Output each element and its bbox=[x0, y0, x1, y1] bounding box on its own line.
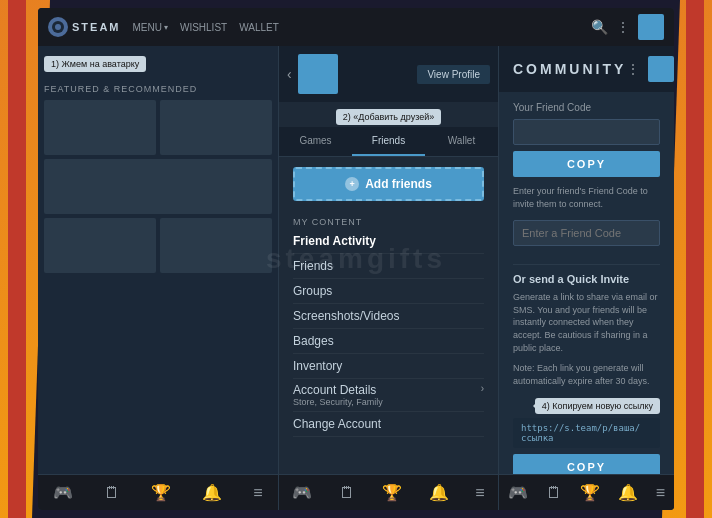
nav-controller-icon[interactable]: 🎮 bbox=[49, 479, 77, 506]
mid-nav-controller[interactable]: 🎮 bbox=[288, 479, 316, 506]
community-title: COMMUNITY bbox=[513, 61, 626, 77]
add-friend-icon: + bbox=[345, 177, 359, 191]
profile-overlay: ‹ View Profile 2) «Добавить друзей» Game… bbox=[279, 46, 498, 474]
link-badges[interactable]: Badges bbox=[293, 329, 484, 354]
account-sub-label: Store, Security, Family bbox=[293, 397, 383, 407]
steam-logo-icon bbox=[48, 17, 68, 37]
link-account-details[interactable]: Account Details › Store, Security, Famil… bbox=[293, 379, 484, 412]
link-url-display: https://s.team/p/ваша/ссылка bbox=[513, 418, 660, 448]
content-area: 1) Жмем на аватарку FEATURED & RECOMMEND… bbox=[38, 46, 674, 510]
top-nav-bar: STEAM MENU ▾ WISHLIST WALLET 🔍 ⋮ bbox=[38, 8, 674, 46]
middle-bottom-nav: 🎮 🗒 🏆 🔔 ≡ bbox=[279, 474, 498, 510]
community-menu-icon[interactable]: ⋮ bbox=[626, 61, 640, 77]
right-nav-notifications[interactable]: 🔔 bbox=[614, 479, 642, 506]
right-nav-controller[interactable]: 🎮 bbox=[504, 479, 532, 506]
game-card-2 bbox=[160, 100, 272, 155]
quick-invite-title: Or send a Quick Invite bbox=[513, 273, 660, 285]
copy-tooltip-area: 4) Копируем новую ссылку bbox=[513, 395, 660, 414]
mid-nav-menu[interactable]: ≡ bbox=[471, 480, 488, 506]
right-nav-achievements[interactable]: 🏆 bbox=[576, 479, 604, 506]
game-cards-row bbox=[44, 100, 272, 155]
menu-caret: ▾ bbox=[164, 23, 168, 32]
tab-wallet[interactable]: Wallet bbox=[425, 127, 498, 156]
profile-avatar bbox=[298, 54, 338, 94]
nav-wallet[interactable]: WALLET bbox=[239, 22, 279, 33]
mid-nav-notifications[interactable]: 🔔 bbox=[425, 479, 453, 506]
top-nav-right: 🔍 ⋮ bbox=[591, 14, 664, 40]
game-cards-list bbox=[44, 100, 272, 273]
link-friend-activity[interactable]: Friend Activity bbox=[293, 229, 484, 254]
add-friends-tooltip-area: 2) «Добавить друзей» bbox=[279, 102, 498, 127]
left-panel: 1) Жмем на аватарку FEATURED & RECOMMEND… bbox=[38, 46, 278, 510]
nav-achievements-icon[interactable]: 🏆 bbox=[147, 479, 175, 506]
view-profile-button[interactable]: View Profile bbox=[417, 65, 490, 84]
game-card-1 bbox=[44, 100, 156, 155]
add-friends-label: Add friends bbox=[365, 177, 432, 191]
content-links-list: Friend Activity Friends Groups Screensho… bbox=[279, 229, 498, 437]
mid-nav-library[interactable]: 🗒 bbox=[335, 480, 359, 506]
friend-code-section-title: Your Friend Code bbox=[513, 102, 660, 113]
my-content-label: MY CONTENT bbox=[279, 211, 498, 229]
right-nav-library[interactable]: 🗒 bbox=[542, 480, 566, 506]
featured-section: FEATURED & RECOMMENDED bbox=[44, 84, 272, 273]
copy-friend-code-button[interactable]: COPY bbox=[513, 151, 660, 177]
menu-dots-icon[interactable]: ⋮ bbox=[616, 19, 630, 35]
featured-label: FEATURED & RECOMMENDED bbox=[44, 84, 272, 94]
expiry-text: Note: Each link you generate will automa… bbox=[513, 362, 660, 387]
link-screenshots[interactable]: Screenshots/Videos bbox=[293, 304, 484, 329]
nav-notifications-icon[interactable]: 🔔 bbox=[198, 479, 226, 506]
friend-code-helper-text: Enter your friend's Friend Code to invit… bbox=[513, 185, 660, 210]
quick-invite-text: Generate a link to share via email or SM… bbox=[513, 291, 660, 354]
community-header: COMMUNITY ⋮ bbox=[499, 46, 674, 92]
link-groups[interactable]: Groups bbox=[293, 279, 484, 304]
enter-friend-code-input[interactable] bbox=[513, 220, 660, 246]
game-cards-row-2 bbox=[44, 218, 272, 273]
friend-code-input[interactable] bbox=[513, 119, 660, 145]
back-button[interactable]: ‹ bbox=[287, 66, 292, 82]
middle-panel: ‹ View Profile 2) «Добавить друзей» Game… bbox=[278, 46, 498, 510]
tab-games[interactable]: Games bbox=[279, 127, 352, 156]
copy-link-button[interactable]: COPY bbox=[513, 454, 660, 474]
nav-links: MENU ▾ WISHLIST WALLET bbox=[133, 22, 279, 33]
add-friends-tooltip: 2) «Добавить друзей» bbox=[336, 109, 442, 125]
community-header-right: ⋮ bbox=[626, 56, 674, 82]
main-container: STEAM MENU ▾ WISHLIST WALLET 🔍 ⋮ 1) Жмем… bbox=[38, 8, 674, 510]
user-avatar[interactable] bbox=[638, 14, 664, 40]
game-card-4 bbox=[160, 218, 272, 273]
profile-header: ‹ View Profile bbox=[279, 46, 498, 102]
avatar-tooltip: 1) Жмем на аватарку bbox=[44, 56, 146, 72]
game-card-wide bbox=[44, 159, 272, 214]
steam-label: STEAM bbox=[72, 21, 121, 33]
game-card-3 bbox=[44, 218, 156, 273]
mid-nav-achievements[interactable]: 🏆 bbox=[378, 479, 406, 506]
nav-menu-icon[interactable]: ≡ bbox=[249, 480, 266, 506]
left-panel-content: 1) Жмем на аватарку FEATURED & RECOMMEND… bbox=[38, 46, 278, 279]
copy-new-link-tooltip: 4) Копируем новую ссылку bbox=[535, 398, 660, 414]
svg-point-1 bbox=[55, 24, 61, 30]
divider bbox=[513, 264, 660, 265]
community-content: Your Friend Code COPY Enter your friend'… bbox=[499, 92, 674, 474]
left-bottom-nav: 🎮 🗒 🏆 🔔 ≡ bbox=[38, 474, 278, 510]
right-panel: COMMUNITY ⋮ Your Friend Code COPY Enter … bbox=[498, 46, 674, 510]
nav-menu[interactable]: MENU ▾ bbox=[133, 22, 168, 33]
link-change-account[interactable]: Change Account bbox=[293, 412, 484, 437]
tab-friends[interactable]: Friends bbox=[352, 127, 425, 156]
profile-tabs: Games Friends Wallet bbox=[279, 127, 498, 157]
account-arrow-icon: › bbox=[481, 383, 484, 397]
search-icon[interactable]: 🔍 bbox=[591, 19, 608, 35]
right-nav-menu[interactable]: ≡ bbox=[652, 480, 669, 506]
add-friends-button[interactable]: + Add friends bbox=[293, 167, 484, 201]
steam-logo: STEAM bbox=[48, 17, 121, 37]
nav-wishlist[interactable]: WISHLIST bbox=[180, 22, 227, 33]
link-friends[interactable]: Friends bbox=[293, 254, 484, 279]
right-bottom-nav: 🎮 🗒 🏆 🔔 ≡ bbox=[499, 474, 674, 510]
nav-library-icon[interactable]: 🗒 bbox=[100, 480, 124, 506]
community-avatar[interactable] bbox=[648, 56, 674, 82]
gift-ribbon-left bbox=[8, 0, 26, 518]
link-inventory[interactable]: Inventory bbox=[293, 354, 484, 379]
gift-ribbon-right bbox=[686, 0, 704, 518]
